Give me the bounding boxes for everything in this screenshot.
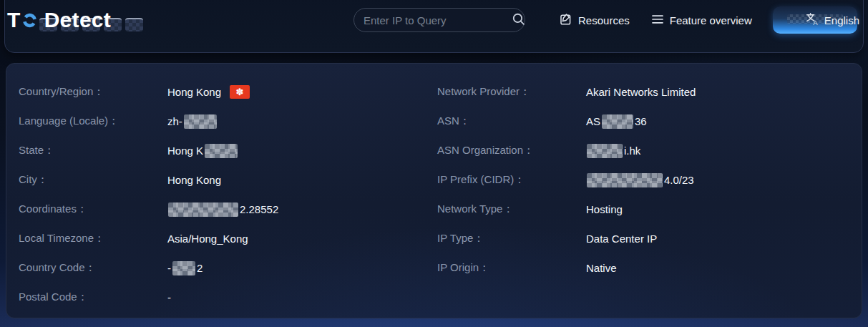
ip-details-panel: Country/Region： Hong Kong✽ Language (Loc… [6,63,862,318]
value-text: Hong K [167,145,203,157]
detail-row: State： Hong K [19,136,423,165]
redacted-value-block [184,114,217,129]
hong-kong-flag-icon: ✽ [230,85,250,99]
detail-value: -2 [167,261,203,275]
value-text: Asia/Hong_Kong [167,233,248,245]
detail-row: Country Code： -2 [19,253,423,283]
value-text: 36 [635,115,647,127]
detail-row: City： Hong Kong [19,165,423,195]
detail-label: Network Provider： [437,85,586,99]
value-text: - [167,291,171,303]
search-box[interactable] [353,8,525,32]
value-text: - [167,262,171,274]
detail-label: ASN： [437,114,586,128]
redacted-value-block [587,144,623,158]
detail-value: - [167,291,171,303]
detail-row: Country/Region： Hong Kong✽ [19,77,423,107]
redacted-value-block [172,261,195,275]
detail-row: Postal Code： - [19,283,423,312]
detail-value: Hong K [167,144,238,158]
detail-label: IP Type： [437,232,586,245]
value-text: i.hk [624,145,640,157]
nav-item-label: Feature overview [670,14,752,26]
detail-label: Local Timezone： [19,232,167,245]
detail-row: Local Timezone： Asia/Hong_Kong [19,224,423,253]
detail-label: ASN Organization： [437,144,586,157]
detail-label: City： [19,173,167,187]
detail-value: Asia/Hong_Kong [167,233,248,245]
detail-label: Country Code： [19,261,167,275]
detail-value: Data Center IP [586,233,657,245]
translate-icon: A [805,12,819,28]
logo-text-first: T [7,8,21,32]
details-column-left: Country/Region： Hong Kong✽ Language (Loc… [19,77,423,312]
detail-label: IP Prefix (CIDR)： [437,173,586,187]
menu-icon [651,13,664,28]
brand-logo[interactable]: T Detect [7,6,111,34]
detail-label: Network Type： [437,202,586,216]
nav-item-resources[interactable]: Resources [560,13,630,28]
detail-row: Network Type： Hosting [437,195,849,224]
detail-value: Hong Kong [167,174,221,186]
detail-row: IP Prefix (CIDR)： 4.0/23 [437,165,849,195]
value-text: Data Center IP [586,233,657,245]
svg-text:A: A [813,19,818,26]
detail-value: Akari Networks Limited [586,86,696,98]
header-nav: ResourcesFeature overviewAEnglish [560,0,859,40]
detail-row: ASN Organization： i.hk [437,136,849,165]
nav-item-language[interactable]: AEnglish [805,12,859,28]
nav-item-label: Resources [578,14,630,26]
detail-label: State： [19,144,167,157]
value-text: zh- [167,115,182,127]
detail-value: 2.28552 [167,202,278,217]
detail-row: IP Type： Data Center IP [437,224,849,253]
details-column-right: Network Provider： Akari Networks Limited… [437,77,849,283]
detail-label: Postal Code： [19,291,167,304]
document-edit-icon [560,13,572,28]
logo-text-rest: Detect [44,8,112,32]
logo-o-swoosh-icon [21,9,38,34]
value-text: Hosting [586,203,623,215]
redacted-value-block [168,202,238,217]
detail-value: Hosting [586,203,623,215]
value-text: 2.28552 [240,203,278,215]
redacted-value-block [602,114,633,129]
nav-item-feature-overview[interactable]: Feature overview [651,13,752,28]
header: T Detect ResourcesFeature overviewAEngli… [0,0,868,40]
value-text: 2 [197,262,203,274]
value-text: Hong Kong [167,174,221,186]
detail-value: Native [586,262,617,274]
value-text: Akari Networks Limited [586,86,696,98]
detail-value: AS36 [586,114,647,129]
detail-label: Language (Locale)： [19,114,167,128]
value-text: Hong Kong [167,86,221,98]
value-text: AS [586,115,600,127]
value-text: Native [586,262,617,274]
search-icon[interactable] [512,12,525,29]
redacted-value-block [587,173,663,187]
detail-value: 4.0/23 [586,173,694,187]
detail-row: ASN： AS36 [437,107,849,136]
detail-row: IP Origin： Native [437,253,849,283]
search-input[interactable] [364,14,506,26]
detail-row: Language (Locale)： zh- [19,107,423,136]
detail-value: i.hk [586,144,640,158]
nav-item-label: English [824,14,859,26]
detail-label: IP Origin： [437,261,586,275]
detail-row: Coordinates： 2.28552 [19,195,423,224]
detail-label: Country/Region： [19,85,167,99]
value-text: 4.0/23 [664,174,694,186]
detail-row: Network Provider： Akari Networks Limited [437,77,849,107]
detail-value: zh- [167,114,218,129]
detail-label: Coordinates： [19,202,167,216]
detail-value: Hong Kong✽ [167,85,250,99]
redacted-value-block [205,144,238,158]
